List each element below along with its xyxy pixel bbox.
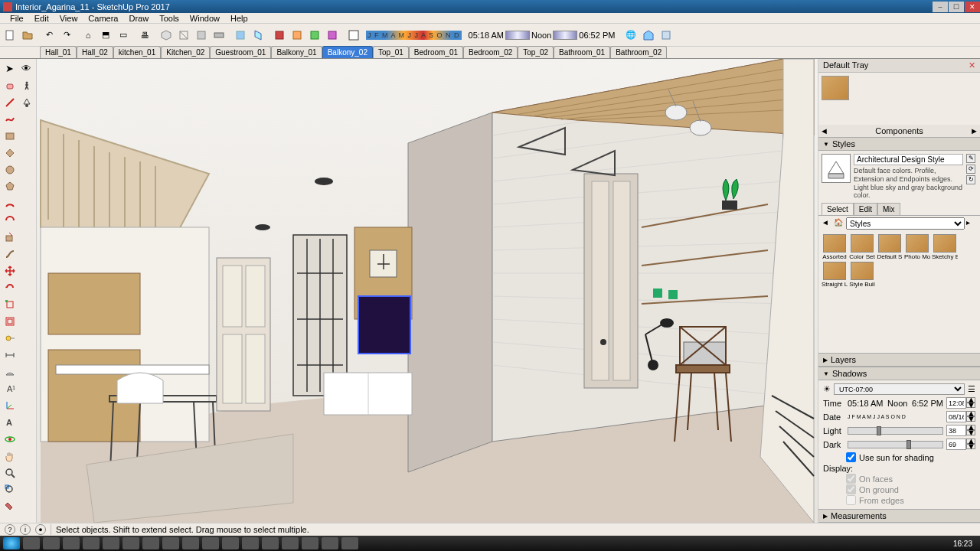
minimize-button[interactable]: – xyxy=(933,2,948,12)
print-button[interactable]: 🖶 xyxy=(136,27,153,44)
paint-tool[interactable] xyxy=(2,498,18,514)
position-camera-tool[interactable] xyxy=(18,94,34,110)
open-button[interactable] xyxy=(19,27,36,44)
scene-tab-bathroom_01[interactable]: Bathroom_01 xyxy=(554,46,610,58)
offset-tool[interactable] xyxy=(2,313,18,329)
style-item[interactable]: Straight L xyxy=(822,262,848,288)
followme-tool[interactable] xyxy=(2,246,18,262)
scale-tool[interactable] xyxy=(2,296,18,312)
camera-front-button[interactable]: ▭ xyxy=(115,27,132,44)
use-sun-checkbox[interactable] xyxy=(846,452,856,462)
taskbar-app[interactable] xyxy=(142,537,159,549)
rotate-tool[interactable] xyxy=(2,279,18,295)
taskbar-app[interactable] xyxy=(302,537,318,549)
eraser-tool[interactable] xyxy=(2,77,18,93)
3d-whse-button[interactable] xyxy=(158,27,175,44)
taskbar-app[interactable] xyxy=(341,537,358,549)
pan-tool[interactable] xyxy=(2,448,18,464)
credits-status-icon[interactable]: i xyxy=(20,524,31,535)
scene-tab-kitchen_02[interactable]: Kitchen_02 xyxy=(161,46,210,58)
polygon-tool[interactable] xyxy=(2,178,18,194)
taskbar-app[interactable] xyxy=(262,537,279,549)
taskbar-app[interactable] xyxy=(322,537,338,549)
menu-draw[interactable]: Draw xyxy=(123,14,154,23)
taskbar-app[interactable] xyxy=(162,537,179,549)
arc2-tool[interactable] xyxy=(2,212,18,228)
undo-button[interactable]: ↶ xyxy=(41,27,57,44)
style-wireframe-button[interactable] xyxy=(271,27,288,44)
tray-close-button[interactable]: ✕ xyxy=(969,60,975,70)
line-tool[interactable] xyxy=(2,94,18,110)
menu-tools[interactable]: Tools xyxy=(154,14,185,23)
axes-tool[interactable] xyxy=(2,397,18,413)
select-tool[interactable]: ➤ xyxy=(2,60,18,77)
style-item[interactable]: Sketchy E xyxy=(932,234,958,260)
scene-tab-top_02[interactable]: Top_02 xyxy=(518,46,554,58)
scene-tab-hall_01[interactable]: Hall_01 xyxy=(40,46,77,58)
menu-view[interactable]: View xyxy=(54,14,83,23)
style-item[interactable]: Color Set xyxy=(849,234,875,260)
component-thumbnail[interactable] xyxy=(822,76,849,100)
measurements-panel-header[interactable]: ▶Measurements xyxy=(818,509,980,523)
style-home-icon[interactable]: 🏠 xyxy=(834,218,844,229)
tape-tool[interactable] xyxy=(2,330,18,346)
scene-tab-kitchen_01[interactable]: kitchen_01 xyxy=(113,46,161,58)
lookaround-tool[interactable]: 👁 xyxy=(18,60,34,77)
styles-panel-header[interactable]: ▼Styles xyxy=(818,137,980,151)
taskbar-app[interactable] xyxy=(282,537,299,549)
time-slider[interactable] xyxy=(505,31,530,40)
taskbar-app[interactable] xyxy=(63,537,80,549)
dimension-tool[interactable] xyxy=(2,347,18,363)
taskbar-app[interactable] xyxy=(222,537,239,549)
taskbar-app[interactable] xyxy=(43,537,60,549)
section-button[interactable] xyxy=(175,27,192,44)
zoom-tool[interactable] xyxy=(2,465,18,481)
scene-tab-bedroom_01[interactable]: Bedroom_01 xyxy=(409,46,463,58)
extension-whse-button[interactable] xyxy=(658,27,675,44)
components-panel-header[interactable]: ◄ Components ► xyxy=(818,125,980,137)
style-textured-button[interactable] xyxy=(324,27,341,44)
menu-camera[interactable]: Camera xyxy=(83,14,123,23)
style-item[interactable]: Style Buil xyxy=(849,262,875,288)
section-display-button[interactable] xyxy=(193,27,210,44)
orbit-tool[interactable] xyxy=(2,431,18,447)
style-refresh-button[interactable]: ↻ xyxy=(966,175,975,184)
menu-help[interactable]: Help xyxy=(225,14,253,23)
date-value[interactable] xyxy=(946,411,966,422)
zoom-extents-tool[interactable] xyxy=(2,481,18,497)
style-update-button[interactable]: ⟳ xyxy=(966,165,975,174)
camera-top-button[interactable]: ⬒ xyxy=(97,27,114,44)
menu-window[interactable]: Window xyxy=(185,14,225,23)
taskbar-app[interactable] xyxy=(23,537,40,549)
shadow-time-widget[interactable]: 05:18 AM Noon 06:52 PM xyxy=(466,31,619,40)
current-style-thumbnail[interactable] xyxy=(822,154,851,183)
style-hidden-button[interactable] xyxy=(289,27,305,44)
style-tab-select[interactable]: Select xyxy=(822,203,854,215)
rectangle-tool[interactable] xyxy=(2,128,18,144)
style-shaded-button[interactable] xyxy=(306,27,323,44)
walk-tool[interactable] xyxy=(18,77,34,93)
style-new-button[interactable]: ✎ xyxy=(966,154,975,163)
menu-edit[interactable]: Edit xyxy=(29,14,54,23)
circle-tool[interactable] xyxy=(2,161,18,178)
move-tool[interactable] xyxy=(2,262,18,279)
timezone-dropdown[interactable]: UTC-07:00 xyxy=(834,383,965,395)
text-tool[interactable]: A¹ xyxy=(2,380,18,396)
pushpull-tool[interactable] xyxy=(2,229,18,245)
arc-tool[interactable] xyxy=(2,195,18,211)
style-folder-dropdown[interactable]: Styles xyxy=(846,217,965,230)
scene-tab-bathroom_02[interactable]: Bathroom_02 xyxy=(610,46,667,58)
geo-button[interactable]: 🌐 xyxy=(622,27,639,44)
scene-tab-hall_02[interactable]: Hall_02 xyxy=(77,46,113,58)
start-button[interactable] xyxy=(3,537,20,549)
scene-tab-balkony_01[interactable]: Balkony_01 xyxy=(271,46,322,58)
scene-tab-balkony_02[interactable]: Balkony_02 xyxy=(322,46,373,58)
style-tab-mix[interactable]: Mix xyxy=(877,203,900,215)
taskbar-app[interactable] xyxy=(242,537,259,549)
person-status-icon[interactable]: ● xyxy=(35,524,46,535)
scene-tab-bedroom_02[interactable]: Bedroom_02 xyxy=(463,46,518,58)
warehouse-button[interactable] xyxy=(640,27,657,44)
style-mono-button[interactable] xyxy=(345,27,362,44)
light-slider[interactable] xyxy=(848,427,943,435)
close-button[interactable]: ✕ xyxy=(965,2,980,12)
